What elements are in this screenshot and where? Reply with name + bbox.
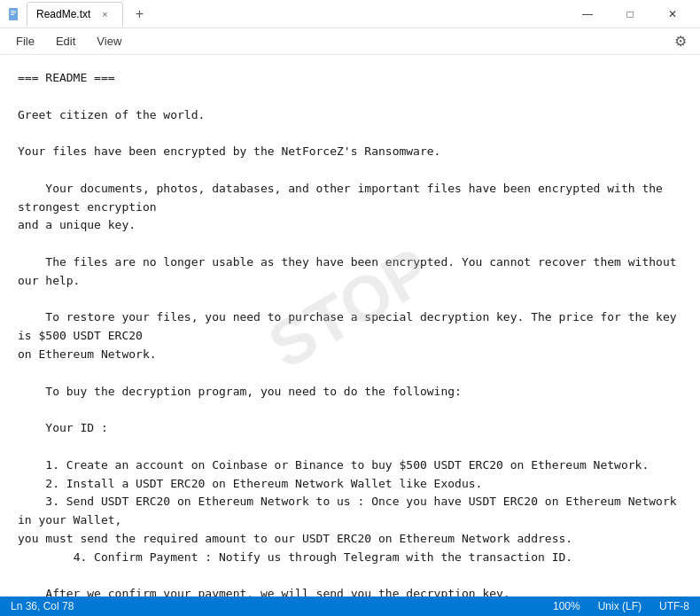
new-tab-button[interactable]: + [127, 2, 152, 27]
settings-icon[interactable]: ⚙ [668, 29, 693, 54]
svg-rect-1 [11, 11, 16, 12]
app-icon [7, 7, 21, 21]
menu-bar-right: ⚙ [668, 29, 693, 54]
svg-rect-2 [11, 12, 16, 13]
file-content: === README === Greet citizen of the worl… [18, 69, 682, 597]
encoding[interactable]: UTF-8 [659, 600, 689, 612]
title-bar-left: ReadMe.txt × + [7, 2, 567, 27]
zoom-level[interactable]: 100% [553, 600, 580, 612]
tab-label: ReadMe.txt [36, 8, 90, 20]
title-bar-controls: — □ ✕ [567, 0, 693, 28]
maximize-button[interactable]: □ [610, 0, 650, 28]
menu-bar: File Edit View ⚙ [0, 28, 700, 55]
minimize-button[interactable]: — [567, 0, 608, 28]
menu-view[interactable]: View [88, 31, 130, 51]
active-tab[interactable]: ReadMe.txt × [27, 2, 123, 27]
status-right: 100% Unix (LF) UTF-8 [553, 600, 689, 612]
content-area[interactable]: STOP === README === Greet citizen of the… [0, 55, 700, 597]
svg-rect-3 [11, 14, 14, 15]
menu-file[interactable]: File [7, 31, 43, 51]
tab-close-button[interactable]: × [97, 7, 112, 21]
status-bar: Ln 36, Col 78 100% Unix (LF) UTF-8 [0, 597, 700, 616]
title-bar: ReadMe.txt × + — □ ✕ [0, 0, 700, 28]
line-ending[interactable]: Unix (LF) [598, 600, 642, 612]
close-button[interactable]: ✕ [652, 0, 693, 28]
cursor-position: Ln 36, Col 78 [11, 600, 74, 612]
tab-area: ReadMe.txt × + [27, 2, 152, 27]
menu-edit[interactable]: Edit [47, 31, 84, 51]
